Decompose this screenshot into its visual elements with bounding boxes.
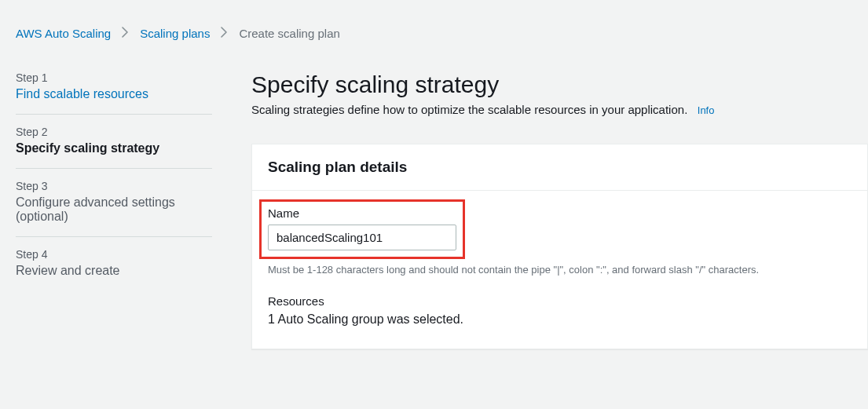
breadcrumb-plans-link[interactable]: Scaling plans: [140, 27, 210, 40]
chevron-right-icon: [221, 27, 228, 40]
step-num: Step 1: [16, 71, 212, 84]
step-num: Step 2: [16, 126, 212, 138]
resources-field: Resources 1 Auto Scaling group was selec…: [268, 294, 852, 327]
resources-label: Resources: [268, 294, 852, 308]
step-num: Step 4: [16, 248, 212, 261]
breadcrumb: AWS Auto Scaling Scaling plans Create sc…: [0, 0, 868, 40]
step-title: Review and create: [16, 264, 212, 278]
breadcrumb-current: Create scaling plan: [239, 27, 339, 40]
scaling-plan-details-panel: Scaling plan details Name Must be 1-128 …: [251, 144, 868, 349]
step-4: Step 4 Review and create: [16, 236, 212, 290]
page-description: Scaling strategies define how to optimiz…: [251, 103, 687, 116]
page-title: Specify scaling strategy: [251, 71, 868, 98]
panel-header: Scaling plan details: [252, 144, 867, 191]
step-title: Find scalable resources: [16, 87, 212, 101]
step-num: Step 3: [16, 180, 212, 192]
name-label: Name: [268, 206, 456, 220]
step-title: Specify scaling strategy: [16, 141, 212, 155]
breadcrumb-root-link[interactable]: AWS Auto Scaling: [16, 27, 111, 40]
info-link[interactable]: Info: [698, 104, 715, 116]
chevron-right-icon: [122, 27, 129, 40]
step-1[interactable]: Step 1 Find scalable resources: [16, 71, 212, 114]
resources-value: 1 Auto Scaling group was selected.: [268, 312, 852, 327]
name-hint: Must be 1-128 characters long and should…: [268, 264, 852, 276]
highlight-annotation: Name: [259, 199, 465, 259]
main-content: Specify scaling strategy Scaling strateg…: [251, 71, 868, 349]
step-3: Step 3 Configure advanced settings (opti…: [16, 168, 212, 236]
wizard-sidebar: Step 1 Find scalable resources Step 2 Sp…: [16, 71, 212, 349]
name-field: Name Must be 1-128 characters long and s…: [268, 199, 852, 276]
step-2: Step 2 Specify scaling strategy: [16, 114, 212, 168]
step-title: Configure advanced settings (optional): [16, 195, 212, 224]
plan-name-input[interactable]: [268, 225, 456, 250]
page-description-row: Scaling strategies define how to optimiz…: [251, 103, 868, 117]
